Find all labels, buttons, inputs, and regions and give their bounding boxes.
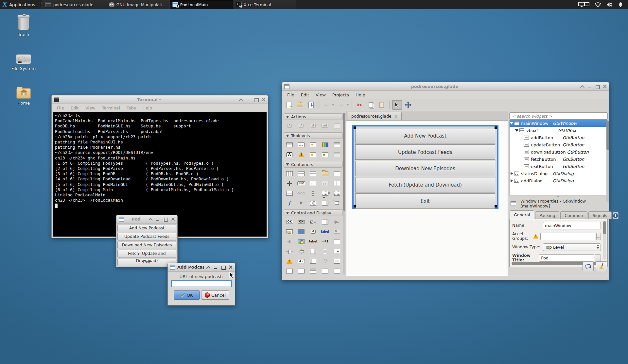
tree-row-addbutton[interactable]: addButtonGtkButton [523,134,607,141]
palette-item-color-selection-dialog[interactable] [319,141,331,148]
volume-icon[interactable] [606,2,613,7]
palette-section-control-display[interactable]: Control and Display [284,209,343,216]
save-button[interactable] [306,100,316,110]
close-button[interactable] [261,97,266,102]
copy-button[interactable] [366,100,375,110]
palette-item-font-button[interactable]: A [307,228,319,235]
tree-row-adddialog[interactable]: addDialogGtkDialog [510,177,607,184]
stepper-icons[interactable] [597,245,599,249]
design-exit-button[interactable]: Exit [355,193,495,209]
palette-item-vbox[interactable] [295,170,307,177]
window-title-input[interactable] [539,254,594,262]
tab-signals[interactable]: Signals [588,211,612,219]
add-podcast-titlebar[interactable]: Add Podcast [168,263,235,272]
palette-item-button-box[interactable]: ○○○ [295,190,307,197]
palette-item-about-dialog[interactable] [307,141,319,148]
palette-item-combo-box-entry[interactable]: A [295,257,307,265]
minimize-button[interactable] [213,265,218,269]
minimize-button[interactable] [156,217,160,221]
shade-button[interactable] [580,84,584,89]
expander-icon[interactable] [510,179,514,183]
drag-resize-button[interactable] [403,100,413,110]
palette-item-scrolled-window[interactable] [319,190,331,197]
taskbar-item-podlocalmain[interactable]: 2 PodLocalMain [169,0,233,9]
palette-item-progress-bar[interactable] [319,267,331,274]
desktop-icon-filesystem[interactable]: File System [6,54,42,71]
window-title-ellipsis-button[interactable]: ... [595,254,601,262]
accel-groups-input[interactable] [540,233,595,240]
tab-podresources-glade[interactable]: podresources.glade × [348,112,402,120]
palette-scrollbar[interactable] [343,113,345,274]
palette-item-paned[interactable] [319,199,331,207]
palette-item-color-button[interactable] [295,228,307,235]
palette-item-vscale[interactable] [295,248,307,255]
palette-item-frame[interactable] [331,170,343,177]
properties-vscrollbar[interactable] [603,221,606,260]
tab-packing[interactable]: Packing [535,211,559,219]
menu-file[interactable]: File [54,106,67,110]
palette-item-icon-view[interactable] [295,267,307,274]
tab-close-icon[interactable]: × [394,114,398,119]
new-project-button[interactable]: + [284,100,294,110]
palette-item-button[interactable]: OK [284,218,295,225]
palette-item-check-button[interactable] [307,218,319,225]
desktop-icon-trash[interactable]: Trash [6,16,42,37]
palette-section-toplevels[interactable]: Toplevels [284,132,343,139]
tree-row-statusdialog[interactable]: statusDialogGtkDialog [510,170,607,177]
close-button[interactable] [171,217,175,221]
palette-item-radio-button[interactable] [331,218,343,225]
palette-item-combo-box[interactable] [331,248,343,255]
palette-item-hbox[interactable] [284,170,295,177]
palette-item-recent-chooser-dialog[interactable] [307,151,319,158]
palette-item-vpaned[interactable] [284,190,295,197]
palette-item-table[interactable] [307,170,319,177]
glade-titlebar[interactable]: podresources.glade [282,82,609,91]
palette-item-font-selection-dialog[interactable]: A [284,151,295,158]
palette-item-entry[interactable] [331,238,343,245]
cut-button[interactable]: ✂ [355,100,364,110]
tree-row-vbox1[interactable]: vbox1GtkVBox [515,127,607,134]
pod-titlebar[interactable]: Pod [116,215,177,223]
expander-icon[interactable] [515,128,519,132]
palette-item-hscale[interactable] [284,248,295,255]
palette-item-separator[interactable] [331,267,343,274]
design-download-new-episodes-button[interactable]: Download New Episodes [355,161,495,176]
palette-item-scale-button[interactable]: 0.. [331,228,343,235]
expander-icon[interactable] [510,121,514,125]
palette-item-dialog[interactable] [295,141,307,148]
tree-row-mainwindow[interactable]: mainWindowGtkWindow [510,120,607,127]
palette-item-action-group[interactable] [331,122,343,129]
palette-item-image[interactable] [295,238,307,245]
applications-menu[interactable]: X Applications [0,0,39,9]
podcast-url-input[interactable] [171,280,232,287]
menu-help[interactable]: Help [352,92,369,97]
palette-item-file-chooser-dialog[interactable] [331,141,343,148]
undo-button[interactable]: ← [322,100,331,110]
menu-view[interactable]: View [82,106,99,110]
redo-dropdown[interactable] [346,104,349,106]
palette-item-viewport[interactable] [331,190,343,197]
palette-item-message-area[interactable] [284,257,295,265]
selection-handle[interactable] [495,205,497,207]
cancel-button[interactable]: Cancel [201,290,229,300]
design-add-new-podcast-button[interactable]: Add New Podcast [355,128,495,143]
palette-item-alignment[interactable] [284,180,295,187]
palette-item-toggle-button[interactable]: ON [295,218,307,225]
fetch-button[interactable]: Fetch (Update and Download) [117,250,176,257]
update-podcast-feeds-button[interactable]: Update Podcast Feeds [117,233,176,240]
maximize-button[interactable] [221,265,225,269]
desktop-icon-home[interactable]: Home [6,88,42,106]
tree-row-updatebutton[interactable]: updateButtonGtkButton [523,141,607,148]
palette-item-toggle-action[interactable]: A [295,122,307,129]
reset-properties-button[interactable] [596,261,607,271]
selection-handle[interactable] [495,126,497,129]
design-update-podcast-feeds-button[interactable]: Update Podcast Feeds [355,144,495,160]
palette-item-icon-view-dialog[interactable] [319,151,331,158]
minimize-button[interactable] [246,97,251,102]
menu-file[interactable]: File [284,92,298,97]
expander-icon[interactable] [510,172,514,175]
open-project-button[interactable] [295,100,305,110]
taskbar-item-xfce-terminal[interactable]: 2 Xfce Terminal [233,0,296,9]
notifications-bell-icon[interactable] [618,2,623,8]
name-input[interactable] [543,222,601,229]
